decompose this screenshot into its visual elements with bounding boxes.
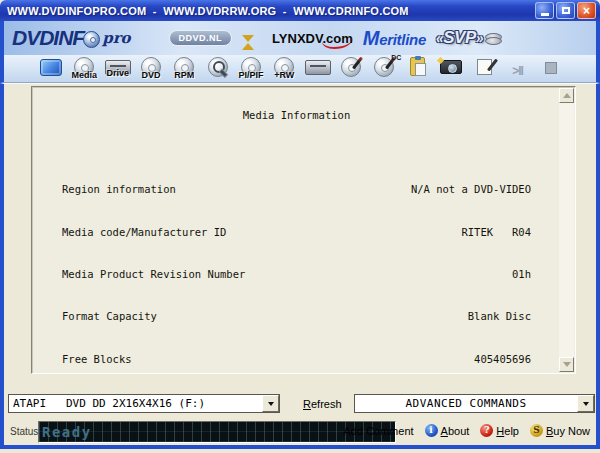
media-info-row: Free Blocks 405405696	[62, 354, 531, 365]
edit-notes-icon[interactable]	[469, 57, 499, 75]
svp-label: SVP	[443, 28, 476, 48]
media-info-rows: Region information N/A not a DVD-VIDEO M…	[62, 142, 531, 371]
lynxdv-suffix: .com	[322, 31, 352, 49]
media-information-panel: Media Information Region information N/A…	[31, 86, 576, 374]
info-label: Region information	[62, 184, 176, 195]
dvdinfopro-window: WWW.DVDINFOPRO.COM - WWW.DVDRRW.ORG - WW…	[0, 0, 600, 453]
media-info-row: Media code/Manufacturer ID RITEK R04	[62, 227, 531, 238]
toolbar-icon-label: Drive	[106, 68, 129, 78]
clipboard-icon[interactable]	[403, 57, 433, 76]
dvd-icon[interactable]: DVD	[136, 57, 166, 80]
toolbar-icon-label: RPM	[174, 70, 194, 80]
vertical-scrollbar[interactable]	[559, 88, 574, 372]
refresh-button[interactable]: Refresh	[303, 398, 342, 410]
question-icon: ?	[480, 424, 493, 437]
close-icon: ×	[583, 5, 590, 17]
link-label: Add Comment	[343, 425, 413, 437]
window-controls: ×	[535, 2, 596, 19]
rpm-test-icon[interactable]: RPM	[169, 57, 199, 80]
scroll-down-button[interactable]	[559, 357, 574, 372]
logo-text: DVDINF	[12, 26, 84, 50]
info-value: 405405696	[474, 354, 531, 365]
drive-select-dropdown-button[interactable]	[262, 395, 279, 412]
buy-now-link[interactable]: S Buy Now	[530, 424, 590, 437]
status-links: Add Comment i About ? Help S Buy Now	[343, 424, 590, 437]
toolbar-icon-label: Media	[72, 70, 98, 80]
logo-pro-text: pro	[102, 29, 130, 47]
header-banner: DVDINF pro DDVD.NL LYNXDV.com Meritline …	[0, 21, 600, 55]
disc-stack-icon	[485, 33, 501, 43]
toolbar-icon-mark: DC	[391, 54, 401, 61]
svp-banner-link[interactable]: «SVP»	[436, 28, 501, 48]
help-link[interactable]: ? Help	[480, 424, 519, 437]
write-dc-test-icon[interactable]: DC	[369, 57, 399, 77]
info-value: N/A not a DVD-VIDEO	[411, 184, 531, 195]
toolbar-icon	[40, 59, 62, 76]
pi-pif-scan-icon[interactable]: PI/PIF	[236, 57, 266, 80]
advanced-commands-dropdown-button[interactable]	[577, 395, 594, 412]
maximize-button[interactable]	[556, 2, 575, 19]
toolbar-icon	[341, 57, 361, 77]
ddvd-banner-link[interactable]: DDVD.NL	[169, 30, 233, 46]
ddvd-label: DDVD.NL	[179, 33, 223, 43]
toolbar-icon-label: PI/PIF	[238, 70, 263, 80]
about-link[interactable]: i About	[425, 424, 470, 437]
chevron-down-icon	[583, 402, 589, 409]
svp-right-chevron: »	[476, 30, 483, 46]
toolbar: Media Drive DVD RPM	[0, 55, 600, 83]
toolbar-icon	[477, 59, 492, 75]
stop-icon[interactable]	[536, 57, 566, 74]
plus-rw-icon[interactable]: +RW	[269, 57, 299, 80]
toolbar-icon: DC	[374, 57, 394, 77]
chevron-down-icon	[268, 402, 274, 409]
write-test-icon[interactable]	[336, 57, 366, 77]
toolbar-icon-label: +RW	[274, 70, 294, 80]
lynxdv-banner-link[interactable]: LYNXDV.com	[272, 31, 353, 46]
drive-select[interactable]: ATAPI DVD DD 2X16X4X16 (F:)	[8, 394, 280, 413]
toolbar-icon	[208, 57, 228, 77]
screenshot-camera-icon[interactable]	[436, 57, 466, 74]
minimize-button[interactable]	[535, 2, 554, 19]
arrow-up-icon	[563, 89, 571, 98]
media-info-row: Format Capacity Blank Disc	[62, 311, 531, 322]
link-label: Help	[496, 425, 519, 437]
lynxdv-label: LYNXDV	[272, 31, 322, 46]
toolbar-icon	[410, 57, 425, 76]
toolbar-icon	[305, 60, 331, 75]
hourglass-icon	[242, 35, 254, 42]
drive-info-icon[interactable]: Drive	[103, 57, 133, 78]
info-icon: i	[425, 424, 438, 437]
advanced-commands-select[interactable]: ADVANCED COMMANDS	[354, 394, 595, 413]
toolbar-icon	[545, 62, 557, 74]
title-bar[interactable]: WWW.DVDINFOPRO.COM - WWW.DVDRRW.ORG - WW…	[0, 0, 600, 21]
scroll-up-button[interactable]	[559, 88, 574, 103]
toolbar-icon	[440, 60, 462, 74]
dollar-icon: S	[530, 424, 543, 437]
info-value: Blank Disc	[468, 311, 531, 322]
toolbar-icon-mark: >II	[512, 64, 523, 78]
add-comment-link[interactable]: Add Comment	[343, 425, 413, 437]
meritline-banner-link[interactable]: Meritline	[363, 27, 426, 50]
media-info-icon[interactable]: Media	[69, 57, 99, 80]
disc-scan-icon[interactable]	[203, 57, 233, 77]
status-value: Ready	[39, 422, 395, 442]
system-monitor-icon[interactable]	[36, 57, 66, 76]
info-label: Format Capacity	[62, 311, 157, 322]
window-title: WWW.DVDINFOPRO.COM - WWW.DVDRRW.ORG - WW…	[7, 5, 535, 17]
minimize-icon	[541, 13, 549, 16]
media-info-row: Region information N/A not a DVD-VIDEO	[62, 184, 531, 195]
link-label: About	[441, 425, 470, 437]
info-label: Media Product Revision Number	[62, 269, 245, 280]
arrow-down-icon	[563, 362, 571, 371]
info-label: Media code/Manufacturer ID	[62, 227, 226, 238]
media-information-title: Media Information	[62, 110, 531, 121]
info-value: RITEK R04	[461, 227, 531, 238]
play-pause-icon[interactable]: >II	[503, 57, 533, 79]
close-button[interactable]: ×	[577, 2, 596, 19]
media-information-text: Media Information Region information N/A…	[62, 89, 531, 371]
hardware-icon[interactable]	[303, 57, 333, 75]
advanced-commands-value: ADVANCED COMMANDS	[355, 395, 577, 412]
info-label: Free Blocks	[62, 354, 132, 365]
drive-select-value: ATAPI DVD DD 2X16X4X16 (F:)	[9, 395, 262, 412]
disc-o-icon	[83, 31, 100, 48]
